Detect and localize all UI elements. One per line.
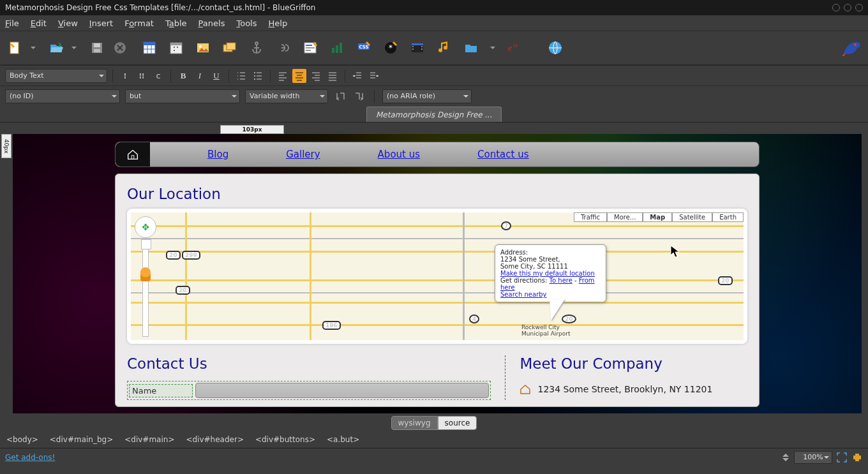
audio-button[interactable]: [435, 39, 453, 57]
menu-view[interactable]: View: [58, 19, 78, 28]
menu-edit[interactable]: Edit: [31, 19, 47, 28]
id-select[interactable]: (no ID): [5, 89, 120, 103]
svg-rect-3: [94, 49, 100, 52]
browser-preview-button[interactable]: [546, 39, 564, 57]
svg-rect-34: [131, 156, 134, 159]
svg-rect-20: [340, 43, 342, 53]
map-type-map[interactable]: Map: [643, 212, 672, 222]
menu-table[interactable]: Table: [165, 19, 187, 28]
calendar-button[interactable]: [167, 39, 185, 57]
zoom-select[interactable]: 100%: [794, 451, 832, 464]
element-type-select[interactable]: Body Text: [5, 69, 107, 83]
nav-link-gallery[interactable]: Gallery: [286, 149, 320, 160]
map-widget[interactable]: 20 299 20 196 4 7 20 4 20 Rockwell CityM…: [131, 212, 744, 340]
view-source-button[interactable]: source: [438, 416, 477, 430]
video-button[interactable]: [408, 39, 426, 57]
discard-button[interactable]: [111, 39, 129, 57]
open-document-button[interactable]: [47, 39, 65, 57]
font-family-value: Variable width: [250, 92, 299, 100]
unordered-list-button[interactable]: [251, 69, 265, 83]
map-type-earth[interactable]: Earth: [712, 212, 744, 222]
breadcrumb-item[interactable]: <div#main_bg>: [50, 435, 113, 445]
folder-button[interactable]: [462, 39, 480, 57]
maximize-button[interactable]: [844, 4, 851, 11]
special-char-button[interactable]: *: [382, 39, 400, 57]
close-button[interactable]: [855, 4, 863, 11]
align-left-button[interactable]: [276, 69, 290, 83]
align-center-button[interactable]: [292, 69, 306, 83]
outdent-button[interactable]: [350, 69, 364, 83]
direction-rtl-button[interactable]: [352, 89, 366, 103]
math-button[interactable]: eiπ: [504, 39, 522, 57]
breadcrumb-item[interactable]: <a.but>: [327, 435, 359, 445]
menu-tools[interactable]: Tools: [236, 19, 257, 28]
save-button[interactable]: [88, 39, 106, 57]
underline-button[interactable]: U: [209, 69, 223, 83]
new-document-button[interactable]: [6, 39, 24, 57]
svg-point-10: [199, 45, 202, 48]
map-type-more[interactable]: More...: [607, 212, 643, 222]
indent-button[interactable]: [367, 69, 381, 83]
name-field[interactable]: [195, 383, 489, 398]
info-to-here-link[interactable]: To here: [550, 277, 572, 284]
image-button[interactable]: [194, 39, 212, 57]
chevron-down-icon[interactable]: [71, 47, 77, 49]
menu-insert[interactable]: Insert: [89, 19, 113, 28]
italic-button[interactable]: I: [193, 69, 207, 83]
fullscreen-icon[interactable]: [836, 452, 848, 463]
gallery-button[interactable]: [221, 39, 239, 57]
menu-file[interactable]: File: [5, 19, 19, 28]
table-button[interactable]: [140, 39, 158, 57]
form-button[interactable]: [301, 39, 319, 57]
class-select[interactable]: but: [125, 89, 240, 103]
menu-format[interactable]: Format: [124, 19, 154, 28]
get-addons-link[interactable]: Get add-ons!: [5, 453, 55, 462]
anchor-button[interactable]: [248, 39, 266, 57]
align-right-button[interactable]: [309, 69, 323, 83]
minimize-button[interactable]: [832, 4, 840, 11]
window-title: Metamorphosis Design Free Css Templates …: [5, 3, 315, 12]
nav-link-contact[interactable]: Contact us: [477, 149, 528, 160]
document-tab[interactable]: Metamorphosis Design Free ...: [366, 107, 502, 122]
menubar: File Edit View Insert Format Table Panel…: [0, 15, 868, 31]
em-button[interactable]: !: [118, 69, 132, 83]
align-justify-button[interactable]: [326, 69, 340, 83]
breadcrumb-item[interactable]: <div#buttons>: [255, 435, 315, 445]
font-family-select[interactable]: Variable width: [245, 89, 328, 103]
map-type-traffic[interactable]: Traffic: [574, 212, 607, 222]
map-zoom-slider[interactable]: [142, 248, 149, 337]
info-search-nearby-link[interactable]: Search nearby: [500, 291, 547, 298]
aria-role-select[interactable]: (no ARIA role): [382, 89, 472, 103]
vertical-ruler-value: 40px: [1, 134, 11, 158]
breadcrumb-item[interactable]: <div#header>: [186, 435, 244, 445]
nav-link-about[interactable]: About us: [378, 149, 420, 160]
ordered-list-button[interactable]: [234, 69, 248, 83]
map-type-satellite[interactable]: Satellite: [672, 212, 712, 222]
direction-ltr-button[interactable]: [333, 89, 347, 103]
document-tab-strip: Metamorphosis Design Free ...: [0, 106, 868, 122]
map-pan-control[interactable]: ✥: [135, 216, 156, 238]
bold-button[interactable]: B: [176, 69, 190, 83]
breadcrumb-item[interactable]: <body>: [6, 435, 38, 445]
menu-help[interactable]: Help: [268, 19, 287, 28]
pegman-icon[interactable]: [140, 267, 151, 281]
horizontal-ruler: 103px: [13, 122, 868, 134]
code-button[interactable]: c: [151, 69, 165, 83]
menu-panels[interactable]: Panels: [198, 19, 225, 28]
breadcrumb-item[interactable]: <div#main>: [124, 435, 174, 445]
cursor-icon: [670, 244, 680, 258]
home-icon[interactable]: [116, 142, 150, 167]
link-button[interactable]: [274, 39, 292, 57]
chevron-down-icon[interactable]: [31, 47, 36, 49]
extension-icon[interactable]: [851, 452, 863, 463]
chart-button[interactable]: [328, 39, 346, 57]
chevron-down-icon[interactable]: [490, 47, 495, 49]
nav-link-blog[interactable]: Blog: [207, 149, 228, 160]
map-type-switcher: Traffic More... Map Satellite Earth: [574, 212, 744, 222]
view-wysiwyg-button[interactable]: wysiwyg: [391, 416, 438, 430]
zoom-stepper[interactable]: [781, 453, 790, 462]
editor-canvas[interactable]: Blog Gallery About us Contact us Our Loc…: [13, 134, 868, 413]
strong-button[interactable]: !!: [135, 69, 149, 83]
css-button[interactable]: CSS: [355, 39, 373, 57]
info-make-default-link[interactable]: Make this my default location: [500, 270, 595, 277]
